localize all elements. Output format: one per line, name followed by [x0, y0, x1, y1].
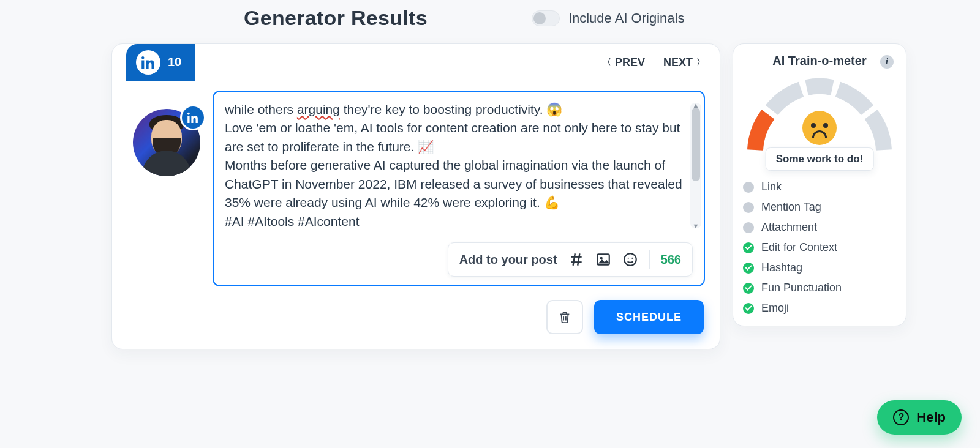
add-to-post-bar: Add to your post 566 — [448, 242, 693, 277]
unchecked-dot-icon — [743, 202, 754, 213]
scroll-down-icon[interactable]: ▼ — [690, 222, 701, 230]
checklist-label: Attachment — [761, 221, 817, 234]
post-editor[interactable]: while others arguing they're key to boos… — [213, 91, 705, 286]
text-frag: #AI #AItools #AIcontent — [225, 214, 359, 228]
text-frag: Months before generative AI captured the… — [225, 158, 682, 209]
checklist-label: Mention Tag — [761, 201, 821, 214]
svg-line-3 — [578, 253, 579, 266]
svg-point-7 — [627, 258, 628, 259]
include-ai-toggle-row: Include AI Originals — [532, 10, 685, 26]
page-title: Generator Results — [244, 6, 428, 30]
help-label: Help — [916, 409, 946, 425]
platform-count: 10 — [168, 55, 181, 69]
svg-point-8 — [631, 258, 633, 259]
svg-point-6 — [624, 253, 636, 266]
header-row: Generator Results Include AI Originals — [244, 0, 980, 30]
post-card: 10 〈 PREV NEXT 〉 — [111, 43, 720, 349]
checklist-label: Emoji — [761, 302, 789, 315]
svg-line-2 — [573, 253, 575, 266]
checklist-item: Emoji — [743, 302, 896, 315]
editor-scrollbar[interactable]: ▲ ▼ — [690, 103, 701, 228]
chevron-left-icon: 〈 — [603, 57, 611, 68]
gauge-status: Some work to do! — [766, 147, 874, 171]
info-icon[interactable]: i — [880, 55, 894, 69]
unchecked-dot-icon — [743, 222, 754, 233]
checklist-item: Link — [743, 181, 896, 193]
checklist-label: Link — [761, 181, 782, 193]
checklist-label: Fun Punctuation — [761, 282, 842, 294]
checklist-item: Edit for Context — [743, 241, 896, 254]
scroll-thumb[interactable] — [692, 108, 700, 181]
avatar-linkedin-badge — [182, 106, 204, 129]
add-to-post-label: Add to your post — [459, 253, 557, 267]
include-ai-toggle[interactable] — [532, 10, 560, 26]
check-icon — [743, 242, 754, 253]
post-text[interactable]: while others arguing they're key to boos… — [225, 100, 687, 231]
next-button[interactable]: NEXT 〉 — [663, 56, 705, 69]
checklist-label: Hashtag — [761, 261, 802, 274]
checklist-item: Attachment — [743, 221, 896, 234]
schedule-button[interactable]: SCHEDULE — [594, 300, 704, 334]
include-ai-label: Include AI Originals — [568, 10, 685, 26]
train-o-meter-title: AI Train-o-meter — [772, 54, 866, 68]
chevron-right-icon: 〉 — [696, 57, 705, 68]
help-button[interactable]: ? Help — [877, 400, 962, 435]
train-o-meter-card: AI Train-o-meter i Some work to do! — [733, 43, 907, 326]
spellcheck-underline: arguing — [297, 102, 340, 116]
checklist: LinkMention TagAttachmentEdit for Contex… — [743, 181, 896, 315]
checklist-item: Fun Punctuation — [743, 282, 896, 294]
next-label: NEXT — [663, 56, 693, 69]
text-frag: Love 'em or loathe 'em, AI tools for con… — [225, 121, 680, 153]
checklist-item: Hashtag — [743, 261, 896, 274]
hashtag-icon[interactable] — [568, 252, 584, 267]
checklist-item: Mention Tag — [743, 201, 896, 214]
prev-label: PREV — [615, 56, 645, 69]
delete-button[interactable] — [546, 300, 583, 334]
help-icon: ? — [893, 409, 909, 425]
check-icon — [743, 283, 754, 294]
gauge-face-icon — [802, 111, 837, 145]
unchecked-dot-icon — [743, 182, 754, 193]
image-icon[interactable] — [595, 252, 611, 267]
text-frag: they're key to boosting productivity. 😱 — [340, 102, 562, 116]
tab-bar: 10 〈 PREV NEXT 〉 — [112, 44, 720, 81]
linkedin-icon — [136, 50, 160, 75]
prev-button[interactable]: 〈 PREV — [603, 56, 645, 69]
check-icon — [743, 303, 754, 314]
char-count: 566 — [661, 253, 681, 267]
platform-tab-linkedin[interactable]: 10 — [126, 44, 195, 81]
text-frag: while others — [225, 102, 297, 116]
check-icon — [743, 263, 754, 274]
checklist-label: Edit for Context — [761, 241, 837, 254]
svg-point-5 — [600, 257, 602, 259]
emoji-icon[interactable] — [622, 252, 638, 267]
avatar — [133, 109, 200, 176]
